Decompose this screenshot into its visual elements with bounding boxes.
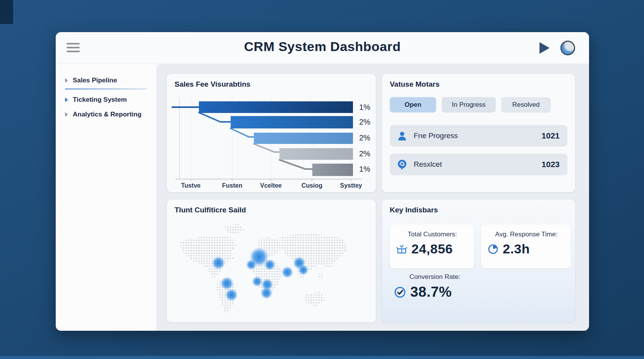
sidebar-item-label: Analytics & Reporting [73, 111, 142, 118]
sidebar-item-sales-pipeline[interactable]: Sales Pipeline [56, 73, 156, 88]
kpi-label: Conversion Rate: [409, 273, 460, 281]
funnel-bar [199, 101, 353, 113]
funnel-bar [254, 133, 353, 144]
page-title: CRM System Dashboard [56, 39, 589, 54]
kpi-value: 38.7% [410, 284, 452, 300]
ticket-row[interactable]: Resxlcet 1023 [390, 154, 567, 175]
tab-open[interactable]: Open [390, 97, 436, 113]
funnel-bar [312, 164, 353, 176]
chevron-right-icon [65, 112, 68, 117]
app-header: CRM System Dashboard [56, 32, 589, 64]
ticket-row-label: Resxlcet [414, 160, 442, 169]
funnel-category-label: Tustve [172, 182, 209, 189]
tickets-panel: Vatuse Motars Open In Progress Resolved … [382, 74, 575, 192]
box-icon [396, 243, 408, 255]
funnel-category-label: Vceltee [252, 182, 289, 189]
clock-icon [487, 243, 499, 255]
funnel-value-label: 1% [359, 165, 376, 174]
funnel-panel: Sales Fee Visurabtins [167, 74, 376, 192]
tickets-panel-title: Vatuse Motars [382, 74, 575, 89]
app-window: CRM System Dashboard Sales Pipeline Tick… [56, 32, 589, 331]
world-map [171, 218, 372, 319]
sidebar-item-label: Sales Pipeline [73, 77, 117, 84]
kpi-label: Avg. Response Time: [486, 231, 566, 238]
funnel-bar [231, 116, 353, 128]
funnel-category-label: Cusiog [293, 182, 331, 189]
kpi-card-response-time: Avg. Response Time: 2.3h [481, 224, 571, 268]
ticket-row-label: Fne Progress [414, 132, 458, 140]
content-area: Sales Pipeline Ticketing System Analytic… [56, 64, 589, 331]
funnel-value-label: 2% [359, 149, 376, 158]
funnel-value-label: 2% [359, 133, 376, 142]
support-chat-icon [397, 159, 408, 170]
sidebar-item-ticketing-system[interactable]: Ticketing System [56, 92, 156, 107]
funnel-value-label: 2% [359, 118, 376, 127]
kpi-card-total-customers: Total Customers: 24,856 [390, 224, 474, 268]
check-circle-icon [394, 286, 406, 299]
desktop-background: CRM System Dashboard Sales Pipeline Tick… [0, 0, 644, 359]
sidebar-item-analytics-reporting[interactable]: Analytics & Reporting [56, 107, 156, 122]
main-panel: Sales Fee Visurabtins [156, 64, 589, 331]
chevron-right-icon [65, 97, 68, 102]
person-icon [397, 130, 408, 141]
play-icon[interactable] [540, 42, 550, 54]
background-bottom-glow [0, 356, 644, 359]
map-panel-title: Tlunt Culfiticre Saild [167, 200, 376, 214]
kpi-value: 2.3h [503, 241, 530, 256]
sidebar-item-label: Ticketing System [73, 96, 127, 104]
kpi-panel-title: Key Indisbars [382, 200, 575, 214]
tickets-tabs: Open In Progress Resolved [390, 97, 551, 113]
ticket-row-value: 1021 [541, 131, 560, 140]
tab-in-progress[interactable]: In Progress [442, 97, 496, 113]
kpi-label: Total Customers: [395, 231, 469, 238]
kpi-value: 24,856 [411, 241, 453, 256]
kpi-panel: Key Indisbars Total Customers: 24,856 [382, 200, 575, 322]
user-avatar[interactable] [560, 41, 575, 55]
funnel-bar [279, 148, 353, 160]
map-panel: Tlunt Culfiticre Saild [167, 200, 376, 322]
chevron-right-icon [65, 78, 68, 83]
tab-resolved[interactable]: Resolved [501, 97, 551, 113]
funnel-category-label: Systtey [332, 182, 370, 189]
kpi-conversion-rate: Conversion Rate: 38.7% [393, 273, 460, 300]
ticket-row-value: 1023 [541, 160, 560, 169]
active-item-underline [65, 89, 147, 89]
funnel-chart: 1% 2% 2% 2% 1% Tustve Fusten Vceltee Cus… [167, 74, 376, 192]
funnel-value-label: 1% [359, 103, 376, 112]
background-corner-shade [0, 0, 13, 24]
sidebar: Sales Pipeline Ticketing System Analytic… [56, 64, 156, 331]
funnel-category-label: Fusten [214, 182, 251, 189]
ticket-row[interactable]: Fne Progress 1021 [390, 125, 567, 147]
dotted-world-map [171, 218, 372, 319]
